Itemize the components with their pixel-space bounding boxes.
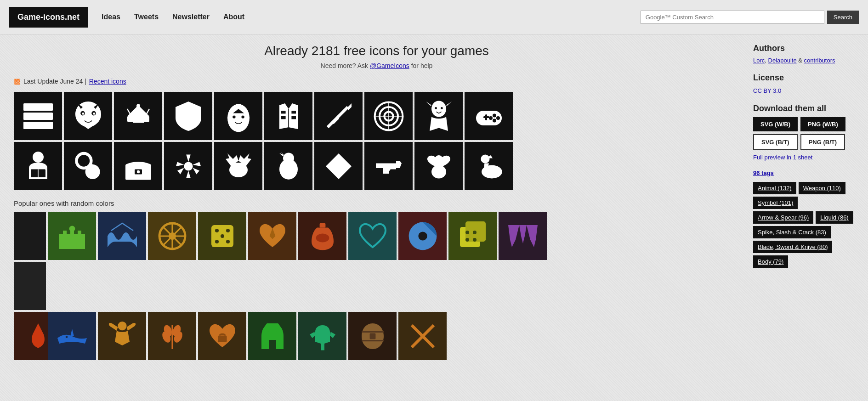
svg-point-36 [496,116,500,120]
colored-section-label: Popular ones with random colors [14,199,739,207]
icon-cell-alarm[interactable] [114,92,162,140]
icon-cell-cavalry[interactable] [465,142,513,190]
recent-icons-link[interactable]: Recent icons [89,78,126,85]
icon-cell-chest[interactable] [114,142,162,190]
color-icon-dice[interactable] [198,212,246,260]
icon-cell-dragon[interactable] [64,92,112,140]
svg-rect-14 [127,116,149,122]
color-icon-warrior[interactable] [298,312,346,360]
svg-point-89 [65,336,68,338]
svg-wb-button[interactable]: SVG (W/B) [753,117,798,131]
svg-point-41 [33,152,44,163]
hero-subtitle: Need more? Ask @GameIcons for help [14,62,739,69]
color-icon-crossed-swords[interactable] [398,312,447,360]
gameicons-link[interactable]: @GameIcons [370,62,409,69]
tag-body[interactable]: Body (79) [753,255,788,268]
icon-cell-egg[interactable] [214,92,262,140]
png-wb-button[interactable]: PNG (W/B) [800,117,845,131]
icon-cell-shackle[interactable] [64,142,112,190]
color-icon-fangs[interactable] [499,212,547,260]
color-icon-barrel-door[interactable] [348,312,397,360]
svg-point-17 [233,115,235,118]
icon-cell-gamepad[interactable] [465,92,513,140]
tag-symbol[interactable]: Symbol (101) [753,197,798,209]
png-bt-button[interactable]: PNG (B/T) [800,134,845,150]
tag-liquid[interactable]: Liquid (86) [816,211,853,224]
color-icon-castle[interactable] [48,212,96,260]
color-icon-wave[interactable] [98,212,146,260]
svg-point-74 [226,229,230,232]
svg-point-86 [473,231,477,234]
svg-point-51 [229,163,248,177]
color-icon-wheat[interactable] [148,312,196,360]
tag-weapon[interactable]: Weapon (110) [799,182,845,194]
tag-spike[interactable]: Spike, Slash & Crack (83) [753,226,831,238]
color-icon-heart-gem[interactable] [248,212,296,260]
icon-cell-target[interactable] [364,92,413,140]
icon-cell-vest[interactable] [264,92,312,140]
icon-cell-sword[interactable] [314,92,363,140]
license-link[interactable]: CC BY 3.0 [753,87,781,94]
license-heading: License [753,73,854,83]
svg-rect-64 [68,242,76,249]
color-icon-heart-outline[interactable] [348,212,397,260]
svg-point-90 [118,322,126,330]
tags-header: 96 tags [753,168,854,177]
tag-animal[interactable]: Animal (132) [753,182,796,194]
rss-icon: ▩ [14,77,21,85]
svg-point-11 [82,113,84,115]
svg-point-53 [283,152,294,164]
search-button[interactable]: Search [827,11,859,24]
nav-ideas[interactable]: Ideas [102,13,120,21]
icon-cell-shield[interactable] [164,92,212,140]
site-header: Game-icons.net Ideas Tweets Newsletter A… [0,0,868,34]
search-input[interactable] [641,11,824,24]
svg-point-5 [45,124,48,126]
contributors-link[interactable]: contributors [804,57,835,64]
icon-cell-gun[interactable] [364,142,413,190]
icon-cell-rooster[interactable] [264,142,312,190]
svg-point-77 [221,234,224,238]
tag-arrow[interactable]: Arrow & Spear (96) [753,211,813,224]
icon-cell-electric[interactable] [214,142,262,190]
site-logo[interactable]: Game-icons.net [9,7,88,28]
svg-point-88 [473,238,477,242]
color-icon-hooded[interactable] [248,312,296,360]
svg-rect-8 [25,124,40,127]
svg-point-75 [215,240,219,243]
svg-bt-button[interactable]: SVG (B/T) [753,134,798,150]
update-bar: ▩ Last Update June 24 | Recent icons [14,77,739,85]
color-icon-angel[interactable] [98,312,146,360]
color-icon-shark[interactable] [48,312,96,360]
delapouite-link[interactable]: Delapouite [768,57,797,64]
svg-point-4 [45,114,48,117]
nav-tweets[interactable]: Tweets [134,13,159,21]
color-icon-heart-lock[interactable] [198,312,246,360]
full-preview-link[interactable]: Full preview in 1 sheet [753,154,854,161]
color-icon-cd[interactable] [398,212,447,260]
color-icon-wheel[interactable] [148,212,196,260]
tag-blade[interactable]: Blade, Sword & Knive (80) [753,241,832,253]
lorc-link[interactable]: Lorc [753,57,765,64]
svg-rect-7 [25,114,40,118]
icon-cell-reading[interactable] [14,142,62,190]
svg-point-82 [418,232,427,240]
svg-rect-23 [291,116,296,119]
main-content: Already 2181 free icons for your games N… [0,34,868,369]
nav-newsletter[interactable]: Newsletter [172,13,210,21]
color-icon-bottle[interactable] [298,212,346,260]
icon-cell-pegasus[interactable] [414,142,463,190]
icon-cell-radioactive[interactable] [164,142,212,190]
icon-cell-server[interactable] [14,92,62,140]
svg-rect-99 [369,333,375,339]
icon-cell-elf[interactable] [414,92,463,140]
content-area: Already 2181 free icons for your games N… [14,44,739,360]
icon-cell-diamond[interactable] [314,142,363,190]
color-icon-dice2[interactable] [448,212,497,260]
svg-point-31 [431,101,446,117]
svg-marker-56 [326,153,352,179]
nav-about[interactable]: About [223,13,244,21]
search-area: Search [641,11,859,24]
tags-link[interactable]: 96 tags [753,169,774,176]
svg-point-18 [241,115,244,118]
